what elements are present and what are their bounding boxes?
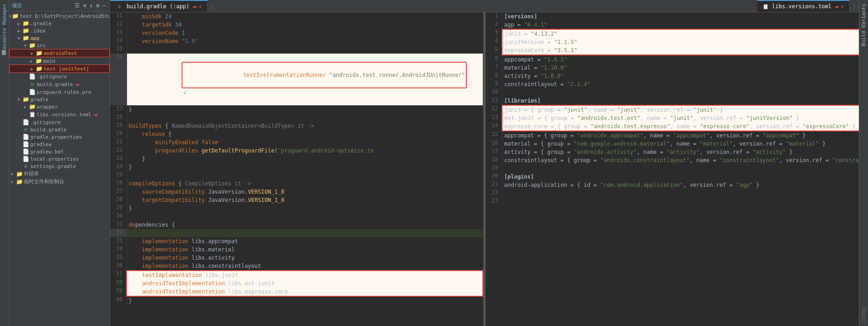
- tree-item-proguard[interactable]: ▶ 📄 proguard-rules.pro: [9, 88, 110, 96]
- folder-icon: 📁: [28, 103, 36, 110]
- line-content: ext-junit = { group = "androidx.test.ext…: [502, 114, 859, 122]
- tree-label: gradle.properties: [30, 134, 82, 140]
- table-row: 19: [486, 164, 859, 173]
- table-row: 14 espresso-core = { group = "androidx.t…: [486, 122, 859, 131]
- toml-icon-tab: 📋: [763, 4, 769, 10]
- line-number: 5: [486, 46, 502, 55]
- tree-item-android-test[interactable]: ▶ 📁 androidTest: [9, 49, 110, 57]
- folder-icon: 📁: [12, 13, 19, 19]
- line-number: 18: [486, 156, 502, 164]
- toolbar-btn-3[interactable]: ↕: [88, 2, 94, 9]
- tree-label: main: [43, 58, 55, 64]
- line-number: 20: [486, 173, 502, 181]
- line-number: 19: [110, 122, 127, 130]
- tree-label: settings.gradle: [30, 163, 76, 169]
- tree-item-external-libs[interactable]: ▶ 📁 外部库: [9, 170, 110, 178]
- tree-item-libs-versions[interactable]: ▶ 📋 libs.versions.toml ◄: [9, 110, 110, 119]
- line-content: androidTestImplementation libs.ext.junit: [127, 279, 483, 288]
- table-row: 31 dependencies {: [110, 221, 483, 229]
- tree-label: libs.versions.toml: [37, 112, 91, 118]
- tree-item-gradle-folder[interactable]: ▼ 📁 gradle: [9, 96, 110, 103]
- line-content: appcompat = "1.6.1": [502, 55, 859, 64]
- toolbar-btn-4[interactable]: ⚙: [95, 2, 100, 9]
- tab-menu-btn[interactable]: ⋮: [208, 3, 217, 9]
- line-content: [502, 189, 859, 197]
- panel-header: 项目 ☰ ≡ ↕ ⚙ —: [9, 0, 110, 11]
- table-row: 16 material = { group = "com.google.andr…: [486, 140, 859, 148]
- bookmarks-tab[interactable]: 书签: [0, 56, 9, 63]
- line-content: minifyEnabled false: [127, 138, 483, 147]
- panel-toolbar: ☰ ≡ ↕ ⚙ —: [74, 2, 107, 9]
- table-row: 6 appcompat = "1.6.1": [486, 55, 859, 64]
- tree-item-build-gradle-root[interactable]: ▶ ⚙ build.gradle: [9, 126, 110, 133]
- tree-label: build.gradle: [37, 82, 73, 87]
- tab-menu-btn-right[interactable]: ⋮: [850, 3, 859, 9]
- folder-icon: 📁: [28, 42, 36, 49]
- line-content: [versions]: [502, 12, 859, 21]
- tree-label: .gitignore: [30, 120, 61, 125]
- tree-item-src[interactable]: ▼ 📁 src: [9, 42, 110, 49]
- tree-label: proguard-rules.pro: [37, 89, 91, 95]
- tree-item-gitignore-root[interactable]: ▶ 📄 .gitignore: [9, 119, 110, 126]
- tree-item-temp-files[interactable]: ▶ 📁 临时文件和控制台: [9, 178, 110, 185]
- folder-icon: 📁: [22, 27, 29, 34]
- tree-item-app[interactable]: ▼ 📁 app: [9, 34, 110, 42]
- table-row: 18 constraintlayout = { group = "android…: [486, 156, 859, 164]
- line-number: 14: [110, 37, 127, 45]
- tab-libs-versions[interactable]: 📋 libs.versions.toml ◄ ×: [757, 0, 850, 12]
- build-variants-tab[interactable]: Build Variants: [860, 0, 868, 50]
- tree-arrow: ▶: [29, 51, 35, 56]
- tree-item-build-gradle-app[interactable]: ▶ ⚙ build.gradle ◄: [9, 80, 110, 88]
- line-number: 8: [486, 72, 502, 80]
- tree-item-gradlew-bat[interactable]: ▶ 📄 gradlew.bat: [9, 148, 110, 155]
- table-row: 32: [110, 229, 483, 237]
- line-number: 26: [110, 179, 127, 188]
- table-row: 23: [486, 197, 859, 206]
- resource-manager-tab[interactable]: Resource Manager: [0, 0, 8, 56]
- code-editor-left[interactable]: 11 minSdk 24 12 targetSdk 34 13 versionC: [110, 12, 484, 326]
- line-content: [127, 212, 483, 221]
- tree-arrow: ▶: [9, 179, 16, 184]
- toolbar-btn-close[interactable]: —: [102, 2, 107, 9]
- toolbar-btn-2[interactable]: ≡: [82, 2, 87, 9]
- tree-item-gradle-root[interactable]: ▶ 📁 .gradle: [9, 20, 110, 27]
- tree-item-test[interactable]: ▼ 📁 test D:\SoftProject\AndroidStu: [9, 12, 110, 20]
- line-content: minSdk 24: [127, 12, 483, 21]
- tree-arrow: ▼: [16, 97, 22, 102]
- tab-close-libs-versions[interactable]: ×: [841, 4, 844, 9]
- table-row: 19 buildTypes { NamedDomainObjectContain…: [110, 122, 483, 130]
- line-number: 34: [110, 245, 127, 254]
- tree-item-local-properties[interactable]: ▶ 📄 local.properties: [9, 155, 110, 163]
- tree-item-gradle-properties[interactable]: ▶ 📄 gradle.properties: [9, 133, 110, 141]
- editor-area: ⚙ build.gradle (:app) ◄ × ⋮ 📋 libs.versi…: [110, 0, 859, 326]
- tree-label: .idea: [30, 28, 45, 34]
- line-number: 40: [110, 296, 127, 305]
- tree-item-wrapper[interactable]: ▶ 📁 wrapper: [9, 103, 110, 110]
- tree-label: gradle: [30, 97, 49, 103]
- tree-item-main[interactable]: ▶ 📁 main: [9, 57, 110, 65]
- line-content: espresso-core = { group = "androidx.test…: [502, 122, 859, 131]
- tree-item-idea[interactable]: ▶ 📁 .idea: [9, 27, 110, 34]
- tree-item-test-unit[interactable]: ▶ 📁 test [unitTest]: [9, 65, 110, 73]
- tab-build-gradle[interactable]: ⚙ build.gradle (:app) ◄ ×: [110, 0, 208, 12]
- tree-item-settings-gradle[interactable]: ▶ ⚙ settings.gradle: [9, 163, 110, 170]
- tree-arrow: ▶: [22, 104, 28, 109]
- line-content: sourceCompatibility JavaVersion.VERSION_…: [127, 188, 483, 196]
- toolbar-btn-1[interactable]: ☰: [74, 2, 81, 9]
- line-content: junitVersion = "1.1.5": [502, 38, 859, 46]
- line-content: [502, 197, 859, 206]
- code-editor-right[interactable]: 1 [versions] 2 agp = "8.4.1" 3 junit = "…: [486, 12, 859, 326]
- tree-item-gitignore-app[interactable]: ▶ 📄 .gitignore: [9, 73, 110, 80]
- tab-close-build-gradle[interactable]: ×: [199, 4, 202, 9]
- line-content: android-application = { id = "com.androi…: [502, 181, 859, 189]
- tree-item-gradlew[interactable]: ▶ 📄 gradlew: [9, 141, 110, 148]
- table-row: 16 testInstrumentationRunner "androidx.t…: [110, 54, 483, 105]
- line-number: 39: [110, 288, 127, 296]
- line-number: 22: [110, 147, 127, 155]
- line-number: 35: [110, 254, 127, 262]
- tab-label-toml: libs.versions.toml: [772, 3, 831, 10]
- table-row: 22: [486, 189, 859, 197]
- tree-arrow: ▶: [9, 171, 16, 176]
- line-content: [127, 114, 483, 122]
- tree-label: 外部库: [24, 170, 39, 177]
